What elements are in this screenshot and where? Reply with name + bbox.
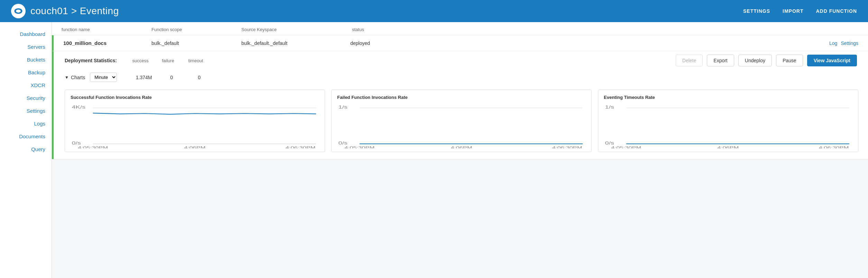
stats-header-failure: failure bbox=[156, 58, 180, 63]
col-header-function-scope: Function scope bbox=[151, 27, 241, 32]
sidebar-item-dashboard[interactable]: Dashboard bbox=[0, 28, 52, 40]
stats-header-success: success bbox=[128, 58, 153, 63]
chart-timeouts-title: Eventing Timeouts Rate bbox=[604, 95, 852, 100]
sidebar-item-buckets[interactable]: Buckets bbox=[0, 53, 52, 66]
sidebar-item-documents[interactable]: Documents bbox=[0, 130, 52, 143]
time-period-select[interactable]: Minute Hour Day bbox=[90, 73, 117, 82]
chart-failed-invocations: Failed Function Invocations Rate 1/s 0/s… bbox=[331, 90, 592, 152]
function-scope: bulk._default bbox=[151, 40, 241, 46]
svg-text:4:05:30PM: 4:05:30PM bbox=[78, 146, 108, 148]
chart-timeouts-visual: 1/s 0/s 4:05:30PM 4:06PM 4:06:30PM bbox=[604, 103, 852, 148]
function-name: 100_million_docs bbox=[63, 40, 151, 46]
svg-point-1 bbox=[16, 10, 21, 13]
stats-value-failure: 0 bbox=[159, 75, 184, 80]
sidebar-item-settings[interactable]: Settings bbox=[0, 104, 52, 117]
svg-text:4:06PM: 4:06PM bbox=[184, 146, 206, 148]
svg-text:4:05:30PM: 4:05:30PM bbox=[344, 146, 375, 148]
settings-link[interactable]: Settings bbox=[841, 40, 858, 46]
app-layout: Dashboard Servers Buckets Backup XDCR Se… bbox=[0, 22, 868, 278]
log-link[interactable]: Log bbox=[829, 40, 837, 46]
app-header: couch01 > Eventing SETTINGS IMPORT ADD F… bbox=[0, 0, 868, 22]
stats-value-success: 1.374M bbox=[132, 75, 156, 80]
stats-value-timeout: 0 bbox=[187, 75, 211, 80]
nav-import[interactable]: IMPORT bbox=[783, 8, 803, 14]
col-header-function-name: function name bbox=[62, 27, 151, 32]
svg-text:4:05:30PM: 4:05:30PM bbox=[611, 146, 641, 148]
chart-successful-visual: 4K/s 0/s 4:05:30PM 4:06PM 4:06:30PM bbox=[71, 103, 319, 148]
charts-toggle-row: ▼ Charts Minute Hour Day 1.374M 0 bbox=[52, 70, 868, 85]
function-actions: Log Settings bbox=[829, 40, 858, 46]
svg-text:1/s: 1/s bbox=[605, 105, 614, 109]
chart-failed-title: Failed Function Invocations Rate bbox=[337, 95, 586, 100]
charts-area: Successful Function Invocations Rate 4K/… bbox=[52, 85, 868, 159]
export-button[interactable]: Export bbox=[707, 55, 734, 66]
page-title: couch01 > Eventing bbox=[30, 6, 119, 17]
table-header-row: function name Function scope Source Keys… bbox=[52, 22, 868, 35]
svg-text:0/s: 0/s bbox=[339, 141, 348, 145]
svg-text:4:06:30PM: 4:06:30PM bbox=[286, 146, 316, 148]
function-source-keyspace: bulk._default._default bbox=[241, 40, 350, 46]
app-logo bbox=[11, 4, 26, 18]
sidebar-item-logs[interactable]: Logs bbox=[0, 117, 52, 130]
main-content: function name Function scope Source Keys… bbox=[52, 22, 868, 278]
charts-label: Charts bbox=[71, 75, 85, 80]
chart-successful-invocations: Successful Function Invocations Rate 4K/… bbox=[65, 90, 325, 152]
charts-toggle[interactable]: ▼ Charts bbox=[65, 75, 85, 80]
header-nav: SETTINGS IMPORT ADD FUNCTION bbox=[743, 8, 857, 14]
svg-text:4:06:30PM: 4:06:30PM bbox=[819, 146, 849, 148]
sidebar-item-servers[interactable]: Servers bbox=[0, 40, 52, 53]
chevron-down-icon: ▼ bbox=[65, 75, 69, 80]
sidebar: Dashboard Servers Buckets Backup XDCR Se… bbox=[0, 22, 52, 278]
stats-header-timeout: timeout bbox=[184, 58, 208, 63]
pause-button[interactable]: Pause bbox=[776, 55, 803, 66]
sidebar-item-backup[interactable]: Backup bbox=[0, 66, 52, 79]
nav-settings[interactable]: SETTINGS bbox=[743, 8, 770, 14]
chart-timeouts: Eventing Timeouts Rate 1/s 0/s 4:05:30PM… bbox=[598, 90, 858, 152]
function-status: deployed bbox=[350, 40, 392, 46]
nav-add-function[interactable]: ADD FUNCTION bbox=[816, 8, 857, 14]
chart-failed-visual: 1/s 0/s 4:05:30PM 4:06PM 4:06:30PM bbox=[337, 103, 586, 148]
header-left: couch01 > Eventing bbox=[11, 4, 119, 18]
delete-button[interactable]: Delete bbox=[676, 55, 703, 66]
view-javascript-button[interactable]: View JavaScript bbox=[807, 55, 857, 66]
col-header-source-keyspace: Source Keyspace bbox=[241, 27, 352, 32]
sidebar-item-xdcr[interactable]: XDCR bbox=[0, 79, 52, 92]
svg-text:0/s: 0/s bbox=[605, 141, 614, 145]
chart-successful-title: Successful Function Invocations Rate bbox=[71, 95, 319, 100]
svg-text:4:06PM: 4:06PM bbox=[451, 146, 472, 148]
svg-text:1/s: 1/s bbox=[339, 105, 348, 109]
function-card: 100_million_docs bulk._default bulk._def… bbox=[52, 35, 868, 159]
deployment-stats-label: Deployment Statistics: bbox=[65, 58, 117, 63]
svg-text:4:06PM: 4:06PM bbox=[718, 146, 739, 148]
sidebar-item-query[interactable]: Query bbox=[0, 143, 52, 156]
function-row-top: 100_million_docs bulk._default bulk._def… bbox=[52, 35, 868, 51]
svg-text:4:06:30PM: 4:06:30PM bbox=[552, 146, 582, 148]
svg-text:0/s: 0/s bbox=[72, 141, 81, 145]
svg-text:4K/s: 4K/s bbox=[72, 105, 86, 109]
deployment-stats-row: Deployment Statistics: success failure t… bbox=[52, 51, 868, 70]
col-header-status: status bbox=[352, 27, 858, 32]
sidebar-item-security[interactable]: Security bbox=[0, 92, 52, 104]
undeploy-button[interactable]: Undeploy bbox=[738, 55, 772, 66]
